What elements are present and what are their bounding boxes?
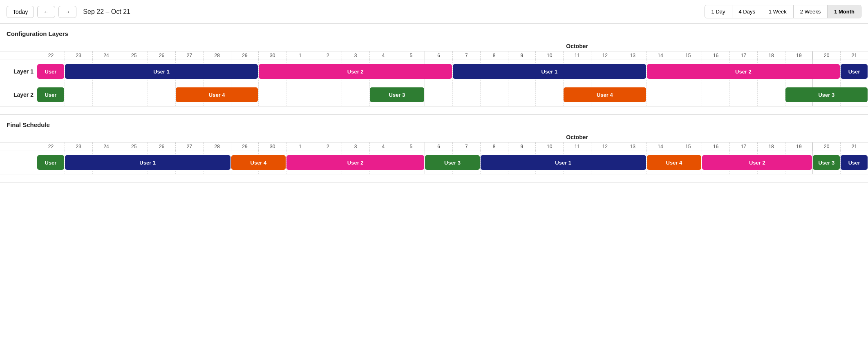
view-1week[interactable]: 1 Week xyxy=(762,5,794,18)
layer-row-0: UserUser 1User 4User 2User 3User 1User 4… xyxy=(0,151,868,174)
day-header-22: 14 xyxy=(647,143,674,151)
day-header-1: 23 xyxy=(65,51,92,60)
event-bar-0-3[interactable]: User 1 xyxy=(453,64,646,79)
month-header-row: October xyxy=(37,132,868,142)
date-range: Sep 22 – Oct 21 xyxy=(83,8,701,16)
event-bar-0-8[interactable]: User 3 xyxy=(813,155,840,170)
event-bar-0-6[interactable]: User 4 xyxy=(647,155,702,170)
day-header-9: 1 xyxy=(286,143,314,151)
row-label-1: Layer 2 xyxy=(0,91,37,98)
event-bar-0-4[interactable]: User 2 xyxy=(647,64,840,79)
day-header-18: 10 xyxy=(535,143,563,151)
day-header-0: 22 xyxy=(37,143,65,151)
layer-row-1: Layer 2UserUser 4User 3User 4User 3 xyxy=(0,83,868,106)
day-header-16: 8 xyxy=(480,51,508,60)
event-bar-1-2[interactable]: User 3 xyxy=(370,87,425,102)
event-bar-1-3[interactable]: User 4 xyxy=(564,87,646,102)
row-timeline-0: UserUser 1User 2User 1User 2User xyxy=(37,60,868,83)
day-header-20: 12 xyxy=(591,143,619,151)
event-bar-0-1[interactable]: User 1 xyxy=(65,155,230,170)
event-bar-1-1[interactable]: User 4 xyxy=(176,87,258,102)
day-header-11: 3 xyxy=(342,143,369,151)
day-header-7: 29 xyxy=(231,143,259,151)
next-button[interactable]: → xyxy=(58,6,76,18)
section-config-layers: Configuration LayersOctober2223242526272… xyxy=(0,24,868,115)
section-final-schedule: Final ScheduleOctober2223242526272829301… xyxy=(0,115,868,183)
day-header-3: 25 xyxy=(120,51,148,60)
day-header-6: 28 xyxy=(203,51,231,60)
day-header-9: 1 xyxy=(286,51,314,60)
event-bar-0-0[interactable]: User xyxy=(37,155,64,170)
view-1month[interactable]: 1 Month xyxy=(828,5,861,18)
day-header-5: 27 xyxy=(175,143,203,151)
day-header-28: 20 xyxy=(812,51,840,60)
event-bar-0-1[interactable]: User 1 xyxy=(65,64,258,79)
day-header-6: 28 xyxy=(203,143,231,151)
event-bar-0-5[interactable]: User xyxy=(841,64,868,79)
section-title-final-schedule: Final Schedule xyxy=(0,121,868,132)
month-header-row: October xyxy=(37,41,868,51)
day-header-28: 20 xyxy=(812,143,840,151)
day-header-15: 7 xyxy=(452,51,480,60)
day-header-21: 13 xyxy=(619,51,647,60)
row-label-0: Layer 1 xyxy=(0,68,37,75)
day-header-23: 15 xyxy=(674,143,702,151)
day-header-15: 7 xyxy=(452,143,480,151)
month-label-october: October xyxy=(286,132,868,142)
day-header-25: 17 xyxy=(729,51,757,60)
day-header-27: 19 xyxy=(785,51,813,60)
view-buttons: 1 Day 4 Days 1 Week 2 Weeks 1 Month xyxy=(705,5,861,18)
day-header-19: 11 xyxy=(563,143,591,151)
day-header-row: 2223242526272829301234567891011121314151… xyxy=(0,142,868,151)
day-header-1: 23 xyxy=(65,143,92,151)
day-header-18: 10 xyxy=(535,51,563,60)
day-header-13: 5 xyxy=(397,51,425,60)
event-bar-0-2[interactable]: User 2 xyxy=(259,64,452,79)
month-label-october: October xyxy=(286,41,868,51)
day-header-10: 2 xyxy=(314,51,342,60)
event-bar-0-7[interactable]: User 2 xyxy=(702,155,812,170)
day-header-25: 17 xyxy=(729,143,757,151)
layer-row-0: Layer 1UserUser 1User 2User 1User 2User xyxy=(0,60,868,83)
day-header-10: 2 xyxy=(314,143,342,151)
day-header-17: 9 xyxy=(508,143,536,151)
event-bar-0-4[interactable]: User 3 xyxy=(425,155,480,170)
day-header-12: 4 xyxy=(369,51,397,60)
prev-button[interactable]: ← xyxy=(37,6,55,18)
day-header-24: 16 xyxy=(702,143,729,151)
toolbar: Today ← → Sep 22 – Oct 21 1 Day 4 Days 1… xyxy=(0,0,868,24)
section-title-config-layers: Configuration Layers xyxy=(0,30,868,41)
event-bar-0-3[interactable]: User 2 xyxy=(286,155,424,170)
event-bar-0-5[interactable]: User 1 xyxy=(481,155,646,170)
day-header-2: 24 xyxy=(92,143,120,151)
day-header-3: 25 xyxy=(120,143,148,151)
main-content: Configuration LayersOctober2223242526272… xyxy=(0,24,868,183)
event-bar-0-0[interactable]: User xyxy=(37,64,64,79)
day-header-13: 5 xyxy=(397,143,425,151)
day-header-17: 9 xyxy=(508,51,536,60)
day-header-27: 19 xyxy=(785,143,813,151)
day-header-29: 21 xyxy=(840,143,868,151)
day-header-24: 16 xyxy=(702,51,729,60)
event-bar-1-0[interactable]: User xyxy=(37,87,64,102)
view-4days[interactable]: 4 Days xyxy=(732,5,762,18)
day-header-5: 27 xyxy=(175,51,203,60)
day-header-row: 2223242526272829301234567891011121314151… xyxy=(0,51,868,60)
day-header-14: 6 xyxy=(425,143,452,151)
day-header-8: 30 xyxy=(258,143,286,151)
view-2weeks[interactable]: 2 Weeks xyxy=(794,5,828,18)
day-header-8: 30 xyxy=(258,51,286,60)
day-header-14: 6 xyxy=(425,51,452,60)
event-bar-0-2[interactable]: User 4 xyxy=(231,155,286,170)
event-bar-1-4[interactable]: User 3 xyxy=(785,87,868,102)
view-1day[interactable]: 1 Day xyxy=(705,5,732,18)
day-header-4: 26 xyxy=(148,143,175,151)
day-header-23: 15 xyxy=(674,51,702,60)
day-header-7: 29 xyxy=(231,51,259,60)
today-button[interactable]: Today xyxy=(7,6,34,18)
event-bar-0-9[interactable]: User xyxy=(841,155,868,170)
day-header-2: 24 xyxy=(92,51,120,60)
day-header-21: 13 xyxy=(619,143,647,151)
day-header-22: 14 xyxy=(647,51,674,60)
day-header-19: 11 xyxy=(563,51,591,60)
